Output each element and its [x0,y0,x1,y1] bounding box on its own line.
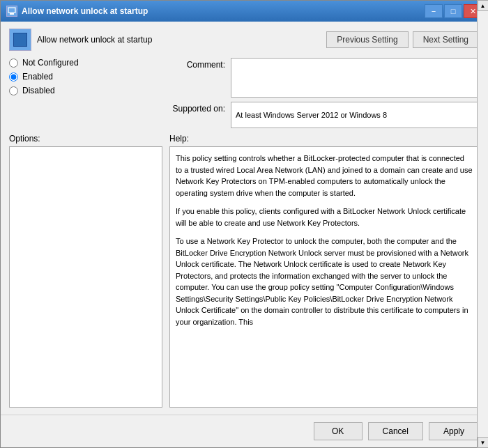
radio-enabled-label: Enabled [22,72,53,82]
left-panel: Not Configured Enabled Disabled [9,58,162,128]
title-bar-left: Allow network unlock at startup [6,6,148,17]
options-help-section: Options: Help: This policy setting contr… [9,134,479,408]
radio-not-configured[interactable]: Not Configured [9,58,162,68]
radio-not-configured-label: Not Configured [22,58,79,68]
help-section: Help: This policy setting controls wheth… [169,134,479,408]
maximize-button[interactable]: □ [444,4,462,18]
policy-icon [9,29,31,51]
content-area: Allow network unlock at startup Previous… [1,22,487,415]
middle-section: Not Configured Enabled Disabled Comment: [9,58,479,128]
supported-field-wrapper: At least Windows Server 2012 or Windows … [231,102,479,128]
nav-buttons: Previous Setting Next Setting [326,31,479,48]
options-label: Options: [9,134,162,144]
radio-enabled-input[interactable] [9,72,18,82]
policy-title: Allow network unlock at startup [37,35,152,45]
options-box [9,146,162,408]
help-paragraph-1: This policy setting controls whether a B… [176,153,473,199]
right-form: Comment: ▲ ▼ Supported on: At least Wind… [162,58,479,128]
help-paragraph-3: To use a Network Key Protector to unlock… [176,235,473,327]
radio-disabled[interactable]: Disabled [9,86,162,95]
policy-title-row: Allow network unlock at startup [9,29,152,51]
previous-setting-button[interactable]: Previous Setting [326,31,408,48]
svg-rect-0 [8,8,15,13]
radio-not-configured-input[interactable] [9,59,18,68]
cancel-button[interactable]: Cancel [368,422,423,440]
supported-label: Supported on: [162,102,225,114]
help-label: Help: [169,134,479,144]
title-bar: Allow network unlock at startup − □ ✕ [1,1,487,22]
supported-row: Supported on: At least Windows Server 20… [162,102,479,128]
supported-scroll-track [478,22,487,415]
top-section: Allow network unlock at startup Previous… [9,29,479,51]
comment-field-wrapper: ▲ ▼ [231,58,479,98]
comment-textarea[interactable] [231,59,478,97]
svg-rect-1 [10,13,14,15]
minimize-button[interactable]: − [425,4,443,18]
options-section: Options: [9,134,162,408]
supported-value: At least Windows Server 2012 or Windows … [231,102,478,128]
help-text-box[interactable]: This policy setting controls whether a B… [169,146,479,408]
help-paragraph-2: If you enable this policy, clients confi… [176,206,473,229]
apply-button[interactable]: Apply [429,422,479,440]
bottom-buttons: OK Cancel Apply [1,415,487,447]
radio-group: Not Configured Enabled Disabled [9,58,162,95]
comment-label: Comment: [162,58,225,70]
window-title: Allow network unlock at startup [22,6,148,16]
policy-icon-inner [13,33,27,47]
window-icon [6,6,17,17]
supported-scrollbar: ▲ ▼ [477,22,487,415]
radio-enabled[interactable]: Enabled [9,72,162,82]
title-bar-buttons: − □ ✕ [425,4,482,18]
radio-disabled-label: Disabled [22,86,55,95]
main-window: Allow network unlock at startup − □ ✕ Al… [0,0,488,448]
next-setting-button[interactable]: Next Setting [413,31,479,48]
radio-disabled-input[interactable] [9,86,18,95]
comment-row: Comment: ▲ ▼ [162,58,479,98]
ok-button[interactable]: OK [314,422,363,440]
